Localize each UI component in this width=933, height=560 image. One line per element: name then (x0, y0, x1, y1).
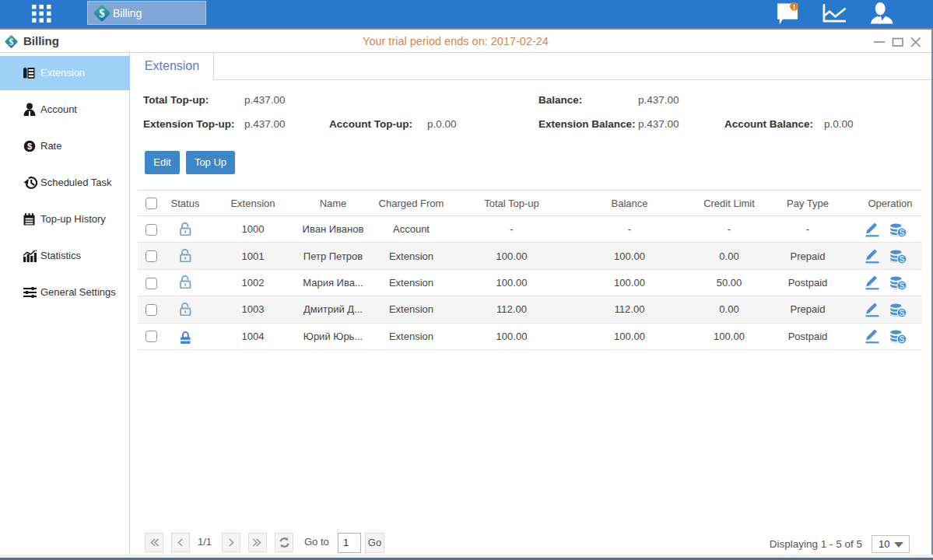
svg-text:$: $ (27, 142, 32, 151)
svg-text:!: ! (793, 2, 795, 11)
svg-text:$: $ (99, 7, 104, 19)
